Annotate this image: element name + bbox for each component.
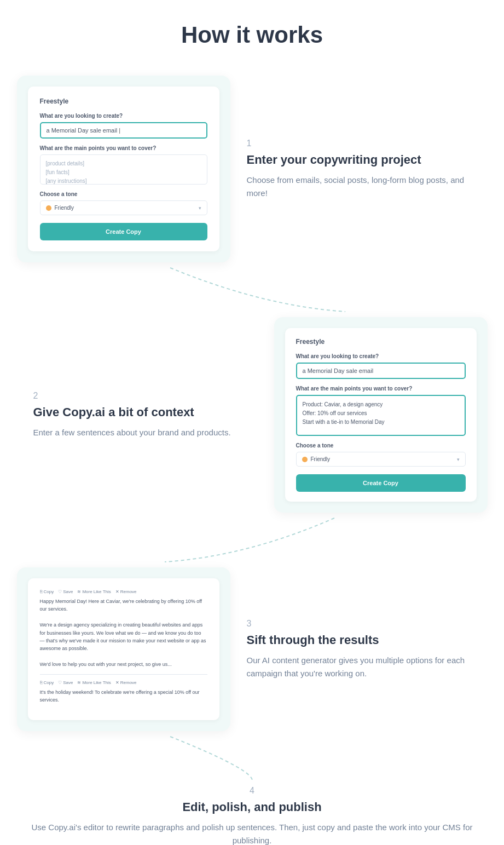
step1-tone-label: Choose a tone	[40, 191, 207, 197]
copy-icon-2: ⎘	[40, 680, 43, 685]
step1-text-area: 1 Enter your copywriting project Choose …	[230, 139, 488, 200]
step1-number: 1	[247, 139, 471, 148]
step2-title: Give Copy.ai a bit of context	[33, 405, 258, 419]
step3-ui-card: ⎘ Copy ♡ Save ≋ More Like This ✕ Remove	[17, 567, 230, 731]
step2-text-area: 2 Give Copy.ai a bit of context Enter a …	[17, 391, 274, 439]
step1-tone-select[interactable]: Friendly ▾	[40, 200, 207, 215]
step1-tone-value: Friendly	[55, 205, 199, 211]
step1-label1: What are you looking to create?	[40, 113, 207, 119]
result-block-1: ⎘ Copy ♡ Save ≋ More Like This ✕ Remove	[40, 589, 207, 669]
more-btn-2[interactable]: ≋ More Like This	[77, 680, 111, 685]
step2-textarea[interactable]: Product: Caviar, a design agency Offer: …	[296, 395, 466, 436]
step1-card-title: Freestyle	[40, 97, 207, 105]
step2-inner-card: Freestyle What are you looking to create…	[285, 328, 477, 502]
remove-btn-1[interactable]: ✕ Remove	[115, 589, 137, 594]
result-block-2: ⎘ Copy ♡ Save ≋ More Like This ✕ Remove	[40, 680, 207, 704]
step1-ui-card: Freestyle What are you looking to create…	[17, 76, 230, 262]
step3-inner-card: ⎘ Copy ♡ Save ≋ More Like This ✕ Remove	[28, 578, 219, 720]
step4-description: Use Copy.ai's editor to rewrite paragrap…	[17, 821, 488, 845]
result-divider	[40, 674, 207, 675]
connector-3-4	[17, 731, 488, 786]
tone-dot-icon	[46, 205, 51, 211]
result2-text: It's the holiday weekend! To celebrate w…	[40, 688, 207, 704]
step1-textarea[interactable]: [product details] [fun facts] [any instr…	[40, 154, 207, 185]
connector-svg-3	[17, 731, 488, 786]
step2-description: Enter a few sentences about your brand a…	[33, 426, 258, 439]
result2-actions: ⎘ Copy ♡ Save ≋ More Like This ✕ Remove	[40, 680, 207, 685]
step2-label1: What are you looking to create?	[296, 353, 466, 359]
step4-title: Edit, polish, and publish	[182, 800, 321, 814]
remove-btn-2[interactable]: ✕ Remove	[115, 680, 137, 685]
result1-text: Happy Memorial Day! Here at Caviar, we'r…	[40, 597, 207, 669]
step3-title: Sift through the results	[247, 633, 471, 647]
connector-svg-2	[17, 513, 488, 567]
step3-description: Our AI content generator gives you multi…	[247, 654, 471, 680]
save-btn-1[interactable]: ♡ Save	[58, 589, 73, 594]
copy-btn-1[interactable]: ⎘ Copy	[40, 589, 54, 594]
step1-row: Freestyle What are you looking to create…	[17, 76, 488, 262]
step1-input[interactable]: a Memorial Day sale email	[40, 122, 207, 139]
step1-title: Enter your copywriting project	[247, 153, 471, 167]
step2-row: Freestyle What are you looking to create…	[17, 317, 488, 513]
step2-number: 2	[33, 391, 258, 401]
step2-ui-card: Freestyle What are you looking to create…	[274, 317, 488, 513]
tone-dot-icon-2	[302, 457, 308, 462]
save-btn-2[interactable]: ♡ Save	[58, 680, 73, 685]
step2-card-area: Freestyle What are you looking to create…	[274, 317, 488, 513]
step2-label2: What are the main points you want to cov…	[296, 386, 466, 392]
step2-tone-value: Friendly	[311, 456, 457, 462]
step2-input[interactable]: a Memorial Day sale email	[296, 363, 466, 379]
page-title: How it works	[0, 22, 504, 48]
step2-tone-select[interactable]: Friendly ▾	[296, 452, 466, 467]
more-icon-2: ≋	[77, 680, 81, 685]
step1-label2: What are the main points you want to cov…	[40, 145, 207, 151]
step1-description: Choose from emails, social posts, long-f…	[247, 174, 471, 200]
step1-card-area: Freestyle What are you looking to create…	[17, 76, 230, 262]
more-icon-1: ≋	[77, 589, 81, 594]
copy-icon-1: ⎘	[40, 589, 43, 594]
step3-card-area: ⎘ Copy ♡ Save ≋ More Like This ✕ Remove	[17, 567, 230, 731]
more-btn-1[interactable]: ≋ More Like This	[77, 589, 111, 594]
chevron-down-icon: ▾	[199, 205, 201, 211]
remove-icon-1: ✕	[115, 589, 119, 594]
connector-svg-1	[17, 262, 488, 317]
save-icon-1: ♡	[58, 589, 62, 594]
save-icon-2: ♡	[58, 680, 62, 685]
step3-number: 3	[247, 619, 471, 629]
step4-row: 4 Edit, polish, and publish Use Copy.ai'…	[17, 786, 488, 845]
remove-icon-2: ✕	[115, 680, 119, 685]
connector-1-2	[17, 262, 488, 317]
copy-btn-2[interactable]: ⎘ Copy	[40, 680, 54, 685]
chevron-down-icon-2: ▾	[457, 457, 460, 462]
step4-number: 4	[250, 786, 254, 796]
step2-card-title: Freestyle	[296, 338, 466, 346]
connector-2-3	[17, 513, 488, 567]
step1-inner-card: Freestyle What are you looking to create…	[28, 87, 219, 251]
step2-create-btn[interactable]: Create Copy	[296, 474, 466, 492]
result1-actions: ⎘ Copy ♡ Save ≋ More Like This ✕ Remove	[40, 589, 207, 594]
step2-tone-label: Choose a tone	[296, 442, 466, 449]
step1-create-btn[interactable]: Create Copy	[40, 223, 207, 240]
step3-row: ⎘ Copy ♡ Save ≋ More Like This ✕ Remove	[17, 567, 488, 731]
step3-text-area: 3 Sift through the results Our AI conten…	[230, 619, 488, 680]
